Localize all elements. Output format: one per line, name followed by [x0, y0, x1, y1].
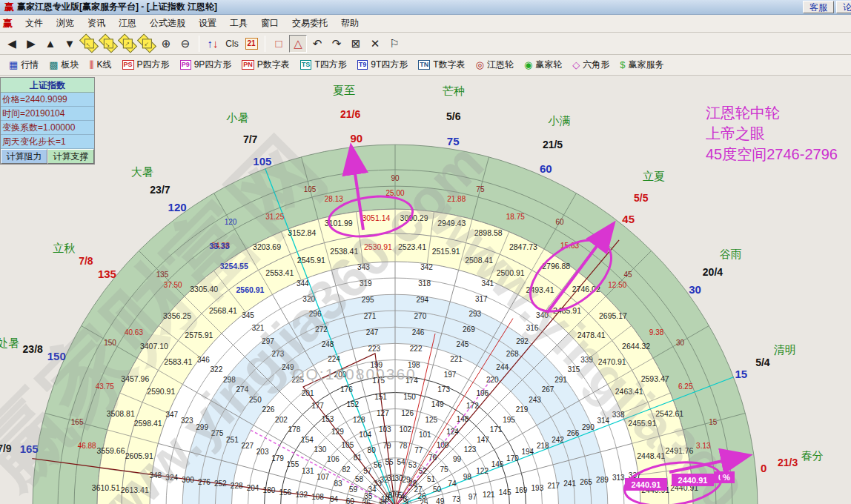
- wheel-number: 247: [366, 328, 379, 336]
- degree-label: 90: [391, 174, 400, 182]
- wheel-number: 221: [450, 355, 463, 363]
- wheel-number: 172: [466, 402, 479, 410]
- gann-annotation-text: 江恩轮中轮上帝之眼45度空间2746-2796: [706, 102, 838, 165]
- calc-support-button[interactable]: 计算支撑: [47, 149, 94, 164]
- wheel-number: 127: [377, 409, 389, 417]
- forward-icon[interactable]: ▶: [22, 35, 40, 53]
- toolbar-item-9T四方形[interactable]: T99T四方形: [353, 56, 413, 73]
- wheel-number: 245: [457, 340, 469, 348]
- wheel-number: 265: [580, 478, 592, 486]
- zoom-in-icon[interactable]: ⊕: [157, 35, 175, 53]
- wheel-number: 74: [448, 480, 457, 488]
- wheel-number: 36: [362, 499, 371, 504]
- wheel-number: 290: [582, 423, 595, 431]
- box-x-icon[interactable]: ⊠: [347, 35, 365, 53]
- toolbar-item-行情[interactable]: ▦行情: [4, 56, 43, 73]
- wheel-number: 148: [457, 415, 469, 423]
- outer-degree-label: 45: [622, 213, 635, 225]
- step-up-icon[interactable]: ↑: [118, 33, 137, 53]
- up-icon[interactable]: ▲: [42, 35, 59, 53]
- percent-label: 6.25: [678, 382, 693, 391]
- wheel-number: 217: [547, 482, 560, 490]
- solar-date-label: 21/6: [340, 108, 360, 120]
- panel-row-step: 周天变化步长=1: [1, 135, 94, 149]
- solar-term-label: 夏至: [333, 84, 355, 96]
- menu-item-2[interactable]: 资讯: [81, 16, 112, 30]
- calc-resistance-button[interactable]: 计算阻力: [1, 149, 47, 164]
- calendar-icon[interactable]: 21: [242, 35, 260, 53]
- wheel-number: 196: [476, 389, 489, 397]
- wheel-number: 145: [499, 488, 511, 497]
- menu-item-9[interactable]: 帮助: [334, 16, 365, 30]
- menu-item-5[interactable]: 设置: [192, 16, 223, 30]
- degree-label: 60: [555, 218, 564, 226]
- flag-icon[interactable]: ⚐: [385, 35, 403, 53]
- wheel-number: 149: [431, 400, 444, 408]
- toolbar-item-江恩轮[interactable]: ◎江恩轮: [471, 56, 518, 73]
- zoom-out-icon[interactable]: ⊖: [176, 35, 194, 53]
- gann-wheel-workspace: 1234567891011122526272829303132333435364…: [0, 76, 851, 504]
- solar-term-label: 大暑: [131, 165, 153, 178]
- solar-date-label: 5/5: [634, 192, 649, 204]
- toolbar-separator: [265, 36, 265, 52]
- wheel-number: 29: [402, 476, 411, 484]
- menu-item-0[interactable]: 文件: [19, 16, 50, 30]
- rect-tool-icon[interactable]: □: [270, 35, 288, 53]
- menu-item-4[interactable]: 公式选股: [143, 16, 192, 30]
- wheel-number: 60: [346, 497, 355, 504]
- percent-label: 12.50: [608, 281, 626, 289]
- solar-term-label: 小暑: [226, 111, 249, 124]
- wheel-number: 55: [385, 458, 394, 466]
- rotate-cw-icon[interactable]: ↷: [328, 35, 345, 53]
- down-icon[interactable]: ▼: [61, 35, 79, 53]
- toolbar-item-P数字表[interactable]: PNP数字表: [237, 56, 294, 73]
- price-label-inner: 2590.91: [147, 387, 175, 396]
- wheel-number: 223: [368, 345, 381, 353]
- triangle-tool-icon[interactable]: △: [289, 35, 307, 53]
- outer-degree-label: 15: [735, 368, 747, 380]
- scale-icon[interactable]: ✕: [366, 35, 384, 53]
- wheel-number: 79: [383, 442, 392, 450]
- toolbar-item-赢家服务[interactable]: $赢家服务: [615, 56, 668, 73]
- toolbar-item-T数字表[interactable]: TNT数字表: [414, 56, 469, 73]
- toolbar-item-赢家轮[interactable]: ◉赢家轮: [520, 56, 566, 73]
- toolbar-item-P四方形[interactable]: PSP四方形: [118, 56, 174, 73]
- wheel-number: 147: [477, 436, 489, 444]
- up-down-arrows-icon[interactable]: ↑↓: [204, 35, 222, 53]
- panel-row-price: 价格=2440.9099: [1, 93, 94, 107]
- solar-term-label: 立秋: [53, 242, 75, 254]
- wheel-number: 73: [452, 495, 461, 503]
- menu-item-8[interactable]: 交易委托: [285, 16, 334, 30]
- toolbar-item-K线[interactable]: ⫼K线: [85, 56, 116, 73]
- rotate-ccw-icon[interactable]: ↶: [308, 35, 326, 53]
- wheel-number: 106: [327, 455, 340, 463]
- wheel-number: 30: [395, 474, 404, 483]
- wheel-number: 180: [263, 486, 276, 494]
- menu-item-3[interactable]: 江恩: [112, 16, 143, 30]
- wheel-number: 271: [364, 312, 377, 320]
- step-right-icon[interactable]: →: [99, 33, 118, 53]
- customer-service-button[interactable]: 客服: [803, 1, 834, 13]
- back-icon[interactable]: ◀: [3, 35, 21, 53]
- toolbar-item-六角形[interactable]: ◇六角形: [568, 56, 614, 73]
- wheel-number: 201: [302, 389, 314, 397]
- wheel-number: 228: [231, 482, 243, 490]
- wheel-number: 252: [214, 480, 227, 488]
- chart-type-toolbar: ▦行情▩板块⫼K线PSP四方形P99P四方形PNP数字表TST四方形T99T四方…: [0, 55, 851, 76]
- wheel-number: 241: [563, 480, 576, 488]
- wheel-number: 226: [262, 405, 275, 414]
- step-left-icon[interactable]: ←: [79, 33, 99, 53]
- gann-note-line: 江恩轮中轮: [706, 102, 838, 123]
- toolbar-item-9P四方形[interactable]: P99P四方形: [176, 56, 236, 73]
- wheel-number: 173: [437, 385, 450, 394]
- menu-item-7[interactable]: 窗口: [254, 16, 285, 30]
- outer-degree-label: 30: [689, 283, 701, 296]
- menu-item-6[interactable]: 工具: [223, 16, 254, 30]
- cls-icon[interactable]: Cls: [223, 35, 241, 53]
- outer-degree-label: 60: [540, 162, 552, 175]
- toolbar-item-板块[interactable]: ▩板块: [44, 56, 83, 73]
- menu-item-1[interactable]: 浏览: [50, 16, 81, 30]
- forum-button[interactable]: 论坛: [836, 1, 851, 13]
- toolbar-item-T四方形[interactable]: TST四方形: [296, 56, 351, 73]
- step-down-icon[interactable]: ↓: [137, 33, 156, 53]
